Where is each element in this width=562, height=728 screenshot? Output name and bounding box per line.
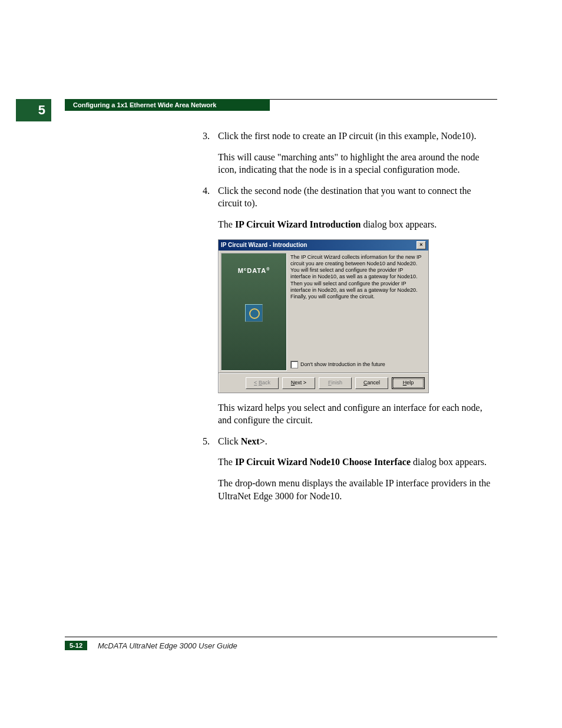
help-button[interactable]: Help xyxy=(392,377,425,389)
step-4: 4. Click the second node (the destinatio… xyxy=(203,185,497,231)
step-number: 5. xyxy=(203,435,210,448)
checkbox-icon xyxy=(290,361,298,368)
dialog-titlebar: IP Circuit Wizard - Introduction × xyxy=(219,240,428,251)
dialog-sidebar: McDATA® xyxy=(221,253,287,371)
step-text: Click Next>. xyxy=(218,436,267,446)
section-header-bar: Configuring a 1x1 Ethernet Wide Area Net… xyxy=(65,99,270,111)
checkbox-label: Don't show Introduction in the future xyxy=(300,361,385,368)
body-content: 3. Click the first node to create an IP … xyxy=(203,130,497,510)
step-text: Click the first node to create an IP cir… xyxy=(218,131,476,141)
cancel-button[interactable]: Cancel xyxy=(355,377,388,389)
step-number: 4. xyxy=(203,185,210,197)
section-header-text: Configuring a 1x1 Ethernet Wide Area Net… xyxy=(73,101,216,108)
step-text: Click the second node (the destination t… xyxy=(218,186,471,209)
step-3: 3. Click the first node to create an IP … xyxy=(203,130,497,176)
dialog-description: The IP Circuit Wizard collects informati… xyxy=(290,254,424,301)
dialog-body: McDATA® The IP Circuit Wizard collects i… xyxy=(219,251,428,373)
dialog-title-text: IP Circuit Wizard - Introduction xyxy=(221,241,307,249)
dialog-button-row: < Back Next > Finish Cancel Help xyxy=(219,373,428,393)
wizard-icon xyxy=(245,304,263,322)
step-paragraph: The IP Circuit Wizard Introduction dialo… xyxy=(218,218,497,231)
step-paragraph: This will cause "marching ants" to highl… xyxy=(218,151,497,176)
step-paragraph: The drop-down menu displays the availabl… xyxy=(218,477,497,502)
page-footer: 5-12 McDATA UltraNet Edge 3000 User Guid… xyxy=(65,637,497,650)
after-dialog-paragraph: This wizard helps you select and configu… xyxy=(203,401,497,427)
brand-logo: McDATA® xyxy=(238,266,270,275)
dont-show-checkbox[interactable]: Don't show Introduction in the future xyxy=(290,361,424,368)
finish-button: Finish xyxy=(319,377,352,389)
dialog-figure: IP Circuit Wizard - Introduction × McDAT… xyxy=(218,239,497,393)
ip-circuit-wizard-dialog: IP Circuit Wizard - Introduction × McDAT… xyxy=(218,239,429,393)
back-button: < Back xyxy=(246,377,279,389)
dialog-main: The IP Circuit Wizard collects informati… xyxy=(290,253,426,371)
step-5: 5. Click Next>. The IP Circuit Wizard No… xyxy=(203,435,497,502)
next-button[interactable]: Next > xyxy=(282,377,315,389)
footer-title: McDATA UltraNet Edge 3000 User Guide xyxy=(98,641,237,650)
page-number: 5-12 xyxy=(65,641,87,650)
step-paragraph: The IP Circuit Wizard Node10 Choose Inte… xyxy=(218,456,497,469)
step-number: 3. xyxy=(203,130,210,143)
footer-rule xyxy=(65,637,497,637)
chapter-number-tab: 5 xyxy=(16,99,51,121)
chapter-number: 5 xyxy=(38,103,45,118)
close-icon[interactable]: × xyxy=(416,241,426,249)
